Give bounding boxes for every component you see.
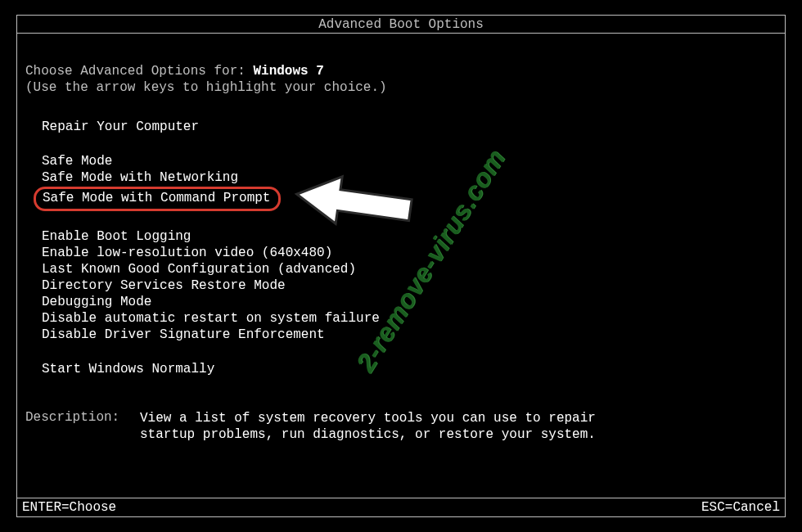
menu-group-normal: Start Windows Normally (42, 361, 777, 377)
menu-group-safe-mode: Safe Mode Safe Mode with Networking Safe… (42, 153, 777, 210)
page-title: Advanced Boot Options (17, 16, 785, 34)
footer-esc-hint: ESC=Cancel (701, 500, 780, 515)
os-name: Windows 7 (253, 64, 323, 79)
boot-menu[interactable]: Repair Your Computer Safe Mode Safe Mode… (25, 119, 777, 377)
menu-item-safe-mode-command-prompt[interactable]: Safe Mode with Command Prompt (43, 190, 270, 206)
menu-item-enable-boot-logging[interactable]: Enable Boot Logging (42, 228, 199, 245)
menu-item-debugging-mode[interactable]: Debugging Mode (42, 294, 160, 310)
menu-item-disable-driver-signature[interactable]: Disable Driver Signature Enforcement (42, 327, 333, 343)
description-label: Description: (25, 410, 140, 443)
description-block: Description: View a list of system recov… (25, 410, 777, 443)
menu-group-repair: Repair Your Computer (42, 119, 777, 135)
description-line-1: View a list of system recovery tools you… (140, 411, 596, 426)
subtitle-line: Choose Advanced Options for: Windows 7 (25, 63, 777, 79)
description-line-2: startup problems, run diagnostics, or re… (140, 427, 596, 442)
highlight-capsule: Safe Mode with Command Prompt (34, 187, 281, 211)
menu-item-safe-mode[interactable]: Safe Mode (42, 153, 120, 169)
menu-group-advanced: Enable Boot Logging Enable low-resolutio… (42, 228, 777, 343)
menu-item-safe-mode-networking[interactable]: Safe Mode with Networking (42, 169, 246, 186)
menu-item-directory-services-restore[interactable]: Directory Services Restore Mode (42, 277, 294, 294)
description-body: View a list of system recovery tools you… (140, 410, 596, 443)
content-area: Choose Advanced Options for: Windows 7 (… (17, 34, 785, 443)
menu-item-repair-your-computer[interactable]: Repair Your Computer (42, 119, 207, 135)
subtitle-hint: (Use the arrow keys to highlight your ch… (25, 79, 777, 96)
menu-item-enable-low-res-video[interactable]: Enable low-resolution video (640x480) (42, 245, 340, 261)
boot-screen: Advanced Boot Options Choose Advanced Op… (16, 15, 786, 517)
subtitle-prefix: Choose Advanced Options for: (25, 64, 253, 79)
menu-item-last-known-good[interactable]: Last Known Good Configuration (advanced) (42, 261, 364, 277)
footer-bar: ENTER=Choose ESC=Cancel (17, 498, 785, 516)
menu-item-disable-auto-restart[interactable]: Disable automatic restart on system fail… (42, 310, 388, 327)
footer-enter-hint: ENTER=Choose (22, 500, 116, 515)
menu-item-start-windows-normally[interactable]: Start Windows Normally (42, 361, 223, 377)
